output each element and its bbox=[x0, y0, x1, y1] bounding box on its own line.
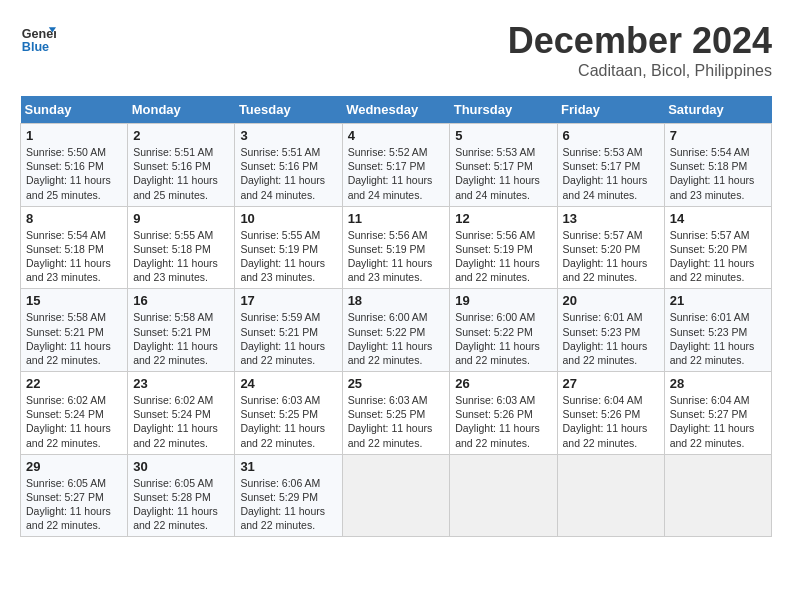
day-info: Sunrise: 6:05 AM Sunset: 5:27 PM Dayligh… bbox=[26, 476, 122, 533]
day-number: 31 bbox=[240, 459, 336, 474]
calendar-cell: 25Sunrise: 6:03 AM Sunset: 5:25 PM Dayli… bbox=[342, 372, 450, 455]
day-number: 18 bbox=[348, 293, 445, 308]
day-info: Sunrise: 5:51 AM Sunset: 5:16 PM Dayligh… bbox=[240, 145, 336, 202]
calendar-cell: 27Sunrise: 6:04 AM Sunset: 5:26 PM Dayli… bbox=[557, 372, 664, 455]
header-monday: Monday bbox=[128, 96, 235, 124]
page-header: General Blue December 2024 Caditaan, Bic… bbox=[20, 20, 772, 80]
calendar-cell: 7Sunrise: 5:54 AM Sunset: 5:18 PM Daylig… bbox=[664, 124, 771, 207]
calendar-cell bbox=[664, 454, 771, 537]
day-info: Sunrise: 5:57 AM Sunset: 5:20 PM Dayligh… bbox=[563, 228, 659, 285]
day-number: 13 bbox=[563, 211, 659, 226]
day-number: 3 bbox=[240, 128, 336, 143]
calendar-cell: 18Sunrise: 6:00 AM Sunset: 5:22 PM Dayli… bbox=[342, 289, 450, 372]
calendar-week-5: 29Sunrise: 6:05 AM Sunset: 5:27 PM Dayli… bbox=[21, 454, 772, 537]
calendar-cell: 5Sunrise: 5:53 AM Sunset: 5:17 PM Daylig… bbox=[450, 124, 557, 207]
day-info: Sunrise: 5:50 AM Sunset: 5:16 PM Dayligh… bbox=[26, 145, 122, 202]
day-info: Sunrise: 6:03 AM Sunset: 5:25 PM Dayligh… bbox=[240, 393, 336, 450]
day-info: Sunrise: 6:04 AM Sunset: 5:27 PM Dayligh… bbox=[670, 393, 766, 450]
calendar-table: SundayMondayTuesdayWednesdayThursdayFrid… bbox=[20, 96, 772, 537]
day-info: Sunrise: 5:56 AM Sunset: 5:19 PM Dayligh… bbox=[348, 228, 445, 285]
calendar-cell: 23Sunrise: 6:02 AM Sunset: 5:24 PM Dayli… bbox=[128, 372, 235, 455]
header-thursday: Thursday bbox=[450, 96, 557, 124]
day-number: 7 bbox=[670, 128, 766, 143]
day-info: Sunrise: 5:54 AM Sunset: 5:18 PM Dayligh… bbox=[670, 145, 766, 202]
day-info: Sunrise: 6:05 AM Sunset: 5:28 PM Dayligh… bbox=[133, 476, 229, 533]
day-number: 20 bbox=[563, 293, 659, 308]
calendar-cell: 6Sunrise: 5:53 AM Sunset: 5:17 PM Daylig… bbox=[557, 124, 664, 207]
day-number: 26 bbox=[455, 376, 551, 391]
calendar-cell: 11Sunrise: 5:56 AM Sunset: 5:19 PM Dayli… bbox=[342, 206, 450, 289]
day-number: 19 bbox=[455, 293, 551, 308]
day-info: Sunrise: 5:58 AM Sunset: 5:21 PM Dayligh… bbox=[133, 310, 229, 367]
header-sunday: Sunday bbox=[21, 96, 128, 124]
calendar-cell: 1Sunrise: 5:50 AM Sunset: 5:16 PM Daylig… bbox=[21, 124, 128, 207]
calendar-cell: 8Sunrise: 5:54 AM Sunset: 5:18 PM Daylig… bbox=[21, 206, 128, 289]
day-info: Sunrise: 5:56 AM Sunset: 5:19 PM Dayligh… bbox=[455, 228, 551, 285]
day-number: 2 bbox=[133, 128, 229, 143]
day-number: 12 bbox=[455, 211, 551, 226]
svg-text:Blue: Blue bbox=[22, 40, 49, 54]
logo-icon: General Blue bbox=[20, 20, 56, 56]
calendar-cell: 21Sunrise: 6:01 AM Sunset: 5:23 PM Dayli… bbox=[664, 289, 771, 372]
day-number: 29 bbox=[26, 459, 122, 474]
day-number: 5 bbox=[455, 128, 551, 143]
calendar-cell: 30Sunrise: 6:05 AM Sunset: 5:28 PM Dayli… bbox=[128, 454, 235, 537]
day-info: Sunrise: 6:04 AM Sunset: 5:26 PM Dayligh… bbox=[563, 393, 659, 450]
calendar-cell: 26Sunrise: 6:03 AM Sunset: 5:26 PM Dayli… bbox=[450, 372, 557, 455]
calendar-week-3: 15Sunrise: 5:58 AM Sunset: 5:21 PM Dayli… bbox=[21, 289, 772, 372]
calendar-cell: 19Sunrise: 6:00 AM Sunset: 5:22 PM Dayli… bbox=[450, 289, 557, 372]
day-info: Sunrise: 6:01 AM Sunset: 5:23 PM Dayligh… bbox=[670, 310, 766, 367]
day-info: Sunrise: 5:52 AM Sunset: 5:17 PM Dayligh… bbox=[348, 145, 445, 202]
day-number: 30 bbox=[133, 459, 229, 474]
day-number: 8 bbox=[26, 211, 122, 226]
day-number: 24 bbox=[240, 376, 336, 391]
calendar-cell: 15Sunrise: 5:58 AM Sunset: 5:21 PM Dayli… bbox=[21, 289, 128, 372]
header-tuesday: Tuesday bbox=[235, 96, 342, 124]
calendar-cell: 2Sunrise: 5:51 AM Sunset: 5:16 PM Daylig… bbox=[128, 124, 235, 207]
calendar-cell bbox=[557, 454, 664, 537]
calendar-cell: 20Sunrise: 6:01 AM Sunset: 5:23 PM Dayli… bbox=[557, 289, 664, 372]
day-number: 1 bbox=[26, 128, 122, 143]
day-number: 28 bbox=[670, 376, 766, 391]
day-number: 10 bbox=[240, 211, 336, 226]
calendar-cell: 29Sunrise: 6:05 AM Sunset: 5:27 PM Dayli… bbox=[21, 454, 128, 537]
day-info: Sunrise: 6:01 AM Sunset: 5:23 PM Dayligh… bbox=[563, 310, 659, 367]
calendar-cell: 16Sunrise: 5:58 AM Sunset: 5:21 PM Dayli… bbox=[128, 289, 235, 372]
day-info: Sunrise: 5:53 AM Sunset: 5:17 PM Dayligh… bbox=[563, 145, 659, 202]
title-block: December 2024 Caditaan, Bicol, Philippin… bbox=[508, 20, 772, 80]
day-number: 6 bbox=[563, 128, 659, 143]
day-info: Sunrise: 5:55 AM Sunset: 5:19 PM Dayligh… bbox=[240, 228, 336, 285]
logo: General Blue bbox=[20, 20, 56, 56]
calendar-cell: 10Sunrise: 5:55 AM Sunset: 5:19 PM Dayli… bbox=[235, 206, 342, 289]
day-number: 11 bbox=[348, 211, 445, 226]
calendar-cell: 9Sunrise: 5:55 AM Sunset: 5:18 PM Daylig… bbox=[128, 206, 235, 289]
calendar-cell: 12Sunrise: 5:56 AM Sunset: 5:19 PM Dayli… bbox=[450, 206, 557, 289]
calendar-week-4: 22Sunrise: 6:02 AM Sunset: 5:24 PM Dayli… bbox=[21, 372, 772, 455]
calendar-cell: 22Sunrise: 6:02 AM Sunset: 5:24 PM Dayli… bbox=[21, 372, 128, 455]
day-number: 23 bbox=[133, 376, 229, 391]
day-number: 22 bbox=[26, 376, 122, 391]
day-info: Sunrise: 5:55 AM Sunset: 5:18 PM Dayligh… bbox=[133, 228, 229, 285]
day-info: Sunrise: 6:03 AM Sunset: 5:26 PM Dayligh… bbox=[455, 393, 551, 450]
day-info: Sunrise: 5:53 AM Sunset: 5:17 PM Dayligh… bbox=[455, 145, 551, 202]
day-info: Sunrise: 5:58 AM Sunset: 5:21 PM Dayligh… bbox=[26, 310, 122, 367]
day-number: 21 bbox=[670, 293, 766, 308]
calendar-cell bbox=[342, 454, 450, 537]
calendar-cell: 14Sunrise: 5:57 AM Sunset: 5:20 PM Dayli… bbox=[664, 206, 771, 289]
header-saturday: Saturday bbox=[664, 96, 771, 124]
day-number: 9 bbox=[133, 211, 229, 226]
day-info: Sunrise: 6:03 AM Sunset: 5:25 PM Dayligh… bbox=[348, 393, 445, 450]
header-row: SundayMondayTuesdayWednesdayThursdayFrid… bbox=[21, 96, 772, 124]
day-info: Sunrise: 6:00 AM Sunset: 5:22 PM Dayligh… bbox=[455, 310, 551, 367]
day-info: Sunrise: 5:59 AM Sunset: 5:21 PM Dayligh… bbox=[240, 310, 336, 367]
calendar-week-1: 1Sunrise: 5:50 AM Sunset: 5:16 PM Daylig… bbox=[21, 124, 772, 207]
day-info: Sunrise: 5:54 AM Sunset: 5:18 PM Dayligh… bbox=[26, 228, 122, 285]
calendar-cell: 3Sunrise: 5:51 AM Sunset: 5:16 PM Daylig… bbox=[235, 124, 342, 207]
day-number: 4 bbox=[348, 128, 445, 143]
day-info: Sunrise: 5:51 AM Sunset: 5:16 PM Dayligh… bbox=[133, 145, 229, 202]
calendar-cell: 4Sunrise: 5:52 AM Sunset: 5:17 PM Daylig… bbox=[342, 124, 450, 207]
calendar-week-2: 8Sunrise: 5:54 AM Sunset: 5:18 PM Daylig… bbox=[21, 206, 772, 289]
month-title: December 2024 bbox=[508, 20, 772, 62]
day-number: 17 bbox=[240, 293, 336, 308]
calendar-cell: 17Sunrise: 5:59 AM Sunset: 5:21 PM Dayli… bbox=[235, 289, 342, 372]
